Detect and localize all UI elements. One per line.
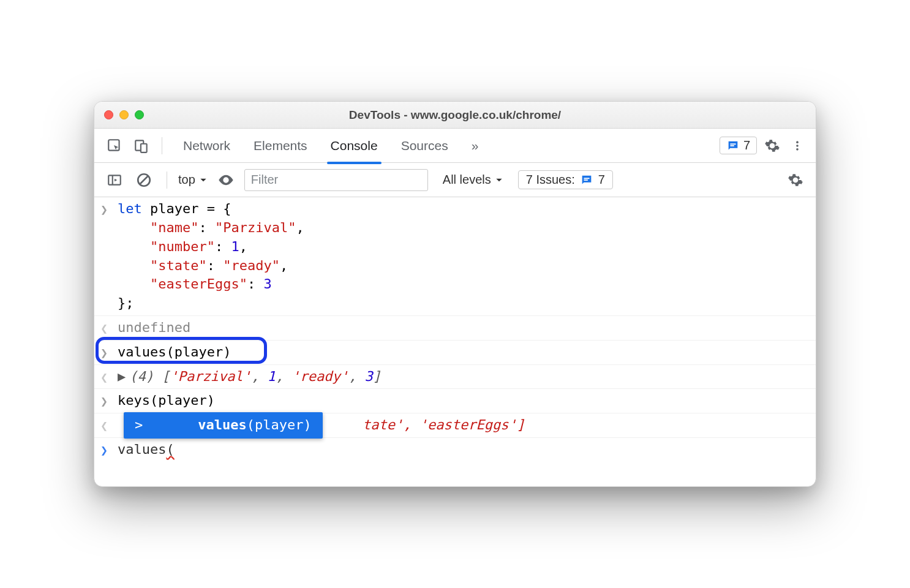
svg-rect-4: [730, 145, 734, 146]
minimize-window-button[interactable]: [119, 110, 129, 119]
console-live-input-row[interactable]: ❯ values(: [94, 438, 816, 462]
levels-label: All levels: [443, 173, 491, 187]
panel-tabs: Network Elements Console Sources »: [182, 131, 479, 160]
context-selector[interactable]: top: [178, 173, 208, 187]
traffic-lights: [104, 110, 144, 119]
settings-icon[interactable]: [761, 135, 784, 156]
svg-point-7: [796, 148, 799, 151]
live-input[interactable]: values(: [118, 440, 807, 459]
output-chevron-icon: ❮: [100, 318, 118, 337]
issues-count: 7: [598, 173, 605, 187]
tab-console[interactable]: Console: [329, 131, 379, 160]
svg-point-10: [224, 178, 227, 181]
context-label: top: [178, 173, 195, 187]
tab-more[interactable]: »: [470, 131, 480, 160]
code-block: let player = { "name": "Parzival", "numb…: [118, 200, 807, 313]
separator: [162, 137, 162, 154]
filter-input[interactable]: Filter: [244, 169, 428, 191]
svg-rect-0: [108, 140, 119, 150]
toggle-sidebar-icon[interactable]: [103, 170, 126, 190]
tab-elements[interactable]: Elements: [252, 131, 309, 160]
input-chevron-icon: ❯: [100, 440, 118, 459]
console-toolbar: top Filter All levels 7 Issues: 7: [94, 163, 816, 197]
tab-sources[interactable]: Sources: [400, 131, 449, 160]
console-body: ❯ let player = { "name": "Parzival", "nu…: [94, 197, 816, 486]
console-output-row[interactable]: ❮ tate', 'easterEggs'] > values(player): [94, 413, 816, 438]
messages-count: 7: [743, 138, 750, 153]
clear-console-icon[interactable]: [132, 170, 156, 190]
undefined-output: undefined: [118, 318, 807, 337]
log-levels-selector[interactable]: All levels: [443, 173, 503, 187]
console-output-row[interactable]: ❮ ▶(4) ['Parzival', 1, 'ready', 3]: [94, 365, 816, 390]
tab-network[interactable]: Network: [182, 131, 231, 160]
expand-triangle-icon[interactable]: ▶: [118, 368, 126, 386]
suggestion-prompt: >: [135, 416, 143, 435]
chevron-down-icon: [199, 176, 208, 184]
code-line: keys(player): [118, 391, 807, 410]
console-output-row: ❮ undefined: [94, 316, 816, 341]
inspect-icon[interactable]: [103, 135, 126, 156]
zoom-window-button[interactable]: [135, 110, 144, 119]
tabs-bar: Network Elements Console Sources » 7: [94, 129, 816, 163]
array-output: ▶(4) ['Parzival', 1, 'ready', 3]: [118, 368, 807, 386]
close-window-button[interactable]: [104, 110, 113, 119]
messages-badge[interactable]: 7: [720, 137, 757, 154]
kebab-menu-icon[interactable]: [788, 135, 807, 156]
chevron-down-icon: [495, 176, 503, 184]
input-chevron-icon: ❯: [100, 200, 118, 218]
console-input-row[interactable]: ❯ keys(player): [94, 389, 816, 413]
window-title: DevTools - www.google.co.uk/chrome/: [94, 108, 816, 122]
console-input-row[interactable]: ❯ values(player): [94, 341, 816, 365]
issues-label: 7 Issues:: [526, 173, 575, 187]
svg-rect-12: [584, 179, 587, 181]
device-toolbar-icon[interactable]: [130, 135, 153, 156]
svg-rect-2: [141, 143, 147, 152]
separator: [167, 172, 167, 189]
issues-button[interactable]: 7 Issues: 7: [518, 170, 613, 189]
code-line: values(player): [118, 343, 807, 362]
svg-rect-3: [730, 143, 735, 145]
svg-point-5: [796, 141, 799, 143]
svg-rect-11: [584, 178, 589, 179]
titlebar: DevTools - www.google.co.uk/chrome/: [94, 102, 816, 129]
devtools-window: DevTools - www.google.co.uk/chrome/ Netw…: [94, 101, 816, 487]
suggestion-text: values(player): [198, 416, 311, 435]
filter-placeholder: Filter: [251, 173, 278, 187]
output-chevron-icon: ❮: [100, 368, 118, 386]
input-chevron-icon: ❯: [100, 343, 118, 361]
console-input-row[interactable]: ❯ let player = { "name": "Parzival", "nu…: [94, 197, 816, 316]
console-settings-icon[interactable]: [784, 170, 807, 190]
input-chevron-icon: ❯: [100, 391, 118, 410]
history-suggestion-popup[interactable]: > values(player): [124, 412, 323, 439]
svg-point-6: [796, 145, 799, 147]
output-chevron-icon: ❮: [100, 416, 118, 434]
eye-icon[interactable]: [214, 169, 238, 191]
